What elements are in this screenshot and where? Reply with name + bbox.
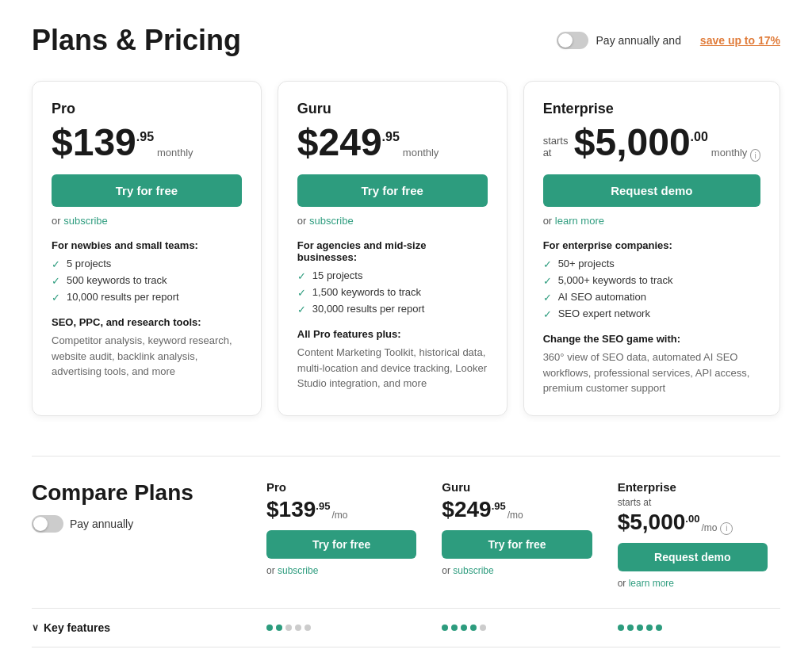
compare-enterprise-starts: starts at [618,497,768,508]
enterprise-feature-dots [605,625,780,631]
compare-enterprise-price-main: $5,000 [618,510,686,535]
enterprise-tools-title: Change the SEO game with: [543,333,760,345]
compare-pro-plan: Pro [266,480,416,494]
dot [266,625,273,631]
enterprise-plan-name: Enterprise [543,101,760,117]
list-item: ✓500 keywords to track [52,274,242,287]
annual-toggle-area: Pay annually and save up to 17% [557,32,780,49]
enterprise-learn-more-link[interactable]: learn more [555,215,604,227]
compare-enterprise-learn-more-link[interactable]: learn more [629,578,674,589]
enterprise-price-row: starts at $5,000 .00 monthly i [543,124,760,162]
compare-pro-col: Pro $139 .95 /mo Try for free or subscri… [254,480,429,589]
feature-text: 30,000 results per report [312,303,425,315]
enterprise-price-period: monthly [711,147,748,159]
enterprise-desc-title: For enterprise companies: [543,239,760,251]
guru-plan-name: Guru [297,101,488,117]
annual-toggle[interactable] [557,32,588,49]
compare-guru-subscribe: or subscribe [442,565,592,576]
dot [276,625,282,631]
pro-feature-list: ✓5 projects ✓500 keywords to track ✓10,0… [52,258,242,304]
dot [470,625,477,631]
guru-price-cents: .95 [382,130,400,144]
compare-guru-price-cents: .95 [492,500,506,512]
compare-header-row: Compare Plans Pay annually Pro $139 .95 … [32,480,780,589]
compare-guru-col: Guru $249 .95 /mo Try for free or subscr… [429,480,604,589]
save-label: save up to 17% [700,34,780,47]
projects-row: Projects 5 15 50+ [32,647,780,658]
compare-guru-subscribe-link[interactable]: subscribe [453,565,493,576]
compare-guru-price-row: $249 .95 /mo [442,497,592,522]
key-features-header: ∨ Key features [32,609,780,647]
chevron-down-icon: ∨ [32,622,39,633]
dot [295,625,301,631]
pay-annually-toggle: Pay annually [32,515,254,533]
list-item: ✓50+ projects [543,258,760,270]
compare-title: Compare Plans [32,480,254,506]
enterprise-feature-list: ✓50+ projects ✓5,000+ keywords to track … [543,258,760,320]
compare-enterprise-request-button[interactable]: Request demo [618,543,768,571]
check-icon: ✓ [52,292,60,304]
compare-pro-try-button[interactable]: Try for free [266,530,416,559]
dot [618,625,624,631]
dot [451,625,458,631]
compare-enterprise-learn-more: or learn more [618,578,768,589]
check-icon: ✓ [543,308,552,320]
pro-price-main: $139 [52,124,136,162]
dot [480,625,486,631]
pro-subscribe: or subscribe [52,215,242,227]
dot [285,625,292,631]
key-features-label: Key features [44,621,110,634]
check-icon: ✓ [543,258,552,270]
compare-info-icon[interactable]: i [720,522,733,535]
page-header: Plans & Pricing Pay annually and save up… [32,24,780,57]
guru-tools-title: All Pro features plus: [297,328,488,340]
pro-price-row: $139 .95 monthly [52,124,242,162]
pro-plan-name: Pro [52,101,242,117]
list-item: ✓5,000+ keywords to track [543,274,760,287]
guru-card: Guru $249 .95 monthly Try for free or su… [278,81,508,416]
compare-pro-price-row: $139 .95 /mo [266,497,416,522]
feature-text: 15 projects [312,269,363,281]
feature-text: SEO expert network [558,307,650,319]
enterprise-tools-desc: 360° view of SEO data, automated AI SEO … [543,350,760,396]
compare-guru-price-main: $249 [442,497,491,522]
guru-feature-list: ✓15 projects ✓1,500 keywords to track ✓3… [297,269,488,315]
check-icon: ✓ [297,304,306,315]
compare-pro-subscribe-link[interactable]: subscribe [278,565,318,576]
pro-tools-desc: Competitor analysis, keyword research, w… [52,333,242,380]
guru-desc-title: For agencies and mid-size businesses: [297,239,488,263]
enterprise-learn-more: or learn more [543,215,760,227]
enterprise-request-button[interactable]: Request demo [543,174,760,207]
feature-text: 1,500 keywords to track [312,286,421,298]
guru-try-button[interactable]: Try for free [297,174,488,207]
enterprise-starts: starts at [543,135,571,159]
guru-price-period: monthly [403,147,439,159]
pro-try-button[interactable]: Try for free [52,174,242,207]
compare-guru-price-per: /mo [508,510,523,521]
guru-tools-desc: Content Marketing Toolkit, historical da… [297,345,488,392]
dot [656,625,662,631]
compare-pro-price-per: /mo [331,510,347,521]
pro-price-period: monthly [157,147,193,159]
compare-section: Compare Plans Pay annually Pro $139 .95 … [32,456,780,658]
info-icon[interactable]: i [750,149,760,162]
compare-left: Compare Plans Pay annually [32,480,254,533]
compare-toggle-knob [33,517,48,531]
compare-enterprise-price-per: /mo [701,522,717,533]
feature-text: 500 keywords to track [67,274,167,286]
compare-enterprise-price-row: $5,000 .00 /mo i [618,510,768,535]
compare-annual-toggle[interactable] [32,515,63,533]
feature-text: 5,000+ keywords to track [558,274,673,286]
compare-pro-price-main: $139 [266,497,316,522]
guru-subscribe-link[interactable]: subscribe [309,215,354,227]
check-icon: ✓ [543,275,552,287]
pro-subscribe-link[interactable]: subscribe [63,215,108,227]
check-icon: ✓ [52,275,60,287]
pro-price-cents: .95 [136,130,154,144]
compare-enterprise-col: Enterprise starts at $5,000 .00 /mo i Re… [605,480,780,589]
list-item: ✓1,500 keywords to track [297,286,488,299]
check-icon: ✓ [297,287,306,299]
check-icon: ✓ [543,292,552,304]
compare-guru-try-button[interactable]: Try for free [442,530,592,559]
dot [442,625,448,631]
